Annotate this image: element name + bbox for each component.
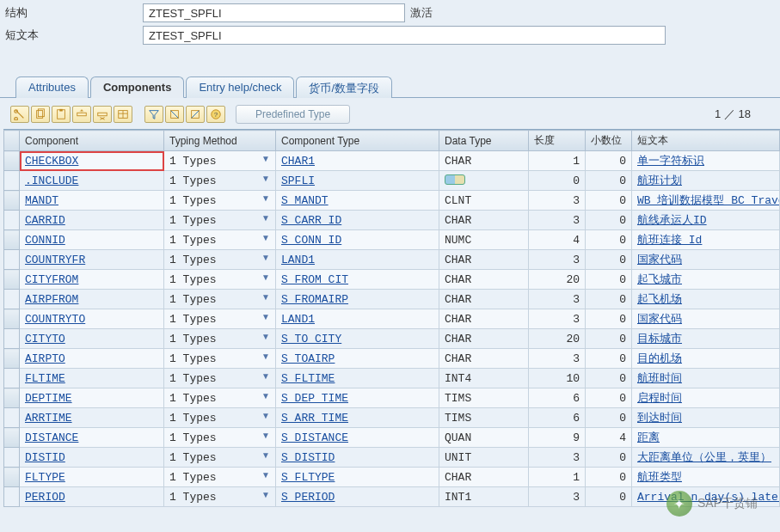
typing-method-cell[interactable]: 1 Types▼ (164, 428, 276, 448)
tab-attributes[interactable]: Attributes (15, 76, 89, 98)
short-desc-link[interactable]: 航班计划 (637, 174, 682, 187)
component-link[interactable]: AIRPTO (25, 352, 65, 365)
decimals-cell[interactable]: 0 (586, 191, 632, 211)
component-link[interactable]: CITYFROM (25, 273, 78, 286)
short-desc-cell[interactable]: WB 培训数据模型 BC_Travel 的 (632, 191, 780, 211)
short-desc-link[interactable]: 到达时间 (637, 412, 682, 425)
component-type-link[interactable]: CHAR1 (281, 155, 315, 168)
component-type-link[interactable]: S_DISTID (281, 451, 335, 464)
component-type-link[interactable]: S_CONN_ID (281, 234, 341, 247)
dropdown-icon[interactable]: ▼ (261, 174, 270, 183)
decimals-cell[interactable]: 0 (586, 369, 632, 388)
component-type-link[interactable]: S_TOAIRP (281, 352, 335, 365)
short-desc-link[interactable]: 大距离单位（公里，英里） (637, 451, 771, 464)
row-handle[interactable] (4, 329, 20, 349)
help-icon[interactable]: ? (206, 106, 225, 123)
length-cell[interactable]: 9 (529, 428, 586, 448)
short-desc-cell[interactable]: 国家代码 (632, 309, 780, 329)
component-type-cell[interactable]: S_DEP_TIME (276, 388, 439, 408)
decimals-cell[interactable]: 0 (586, 468, 632, 487)
short-desc-cell[interactable]: 航线承运人ID (632, 211, 780, 230)
short-desc-cell[interactable]: 距离 (632, 428, 780, 448)
component-cell[interactable]: DEPTIME (20, 388, 164, 408)
component-type-cell[interactable]: S_TOAIRP (276, 349, 439, 369)
short-desc-link[interactable]: 启程时间 (637, 392, 682, 405)
dropdown-icon[interactable]: ▼ (261, 213, 270, 223)
short-desc-cell[interactable]: 目标城市 (632, 329, 780, 349)
component-cell[interactable]: FLTYPE (20, 468, 164, 487)
decimals-cell[interactable]: 0 (586, 329, 632, 349)
typing-method-cell[interactable]: 1 Types▼ (164, 191, 276, 211)
data-type-cell[interactable]: CHAR (439, 349, 529, 369)
component-cell[interactable]: CONNID (20, 230, 164, 250)
short-desc-cell[interactable]: 单一字符标识 (632, 151, 780, 171)
data-type-cell[interactable]: QUAN (439, 428, 529, 448)
decimals-cell[interactable]: 0 (586, 250, 632, 270)
short-desc-link[interactable]: 起飞城市 (637, 273, 682, 286)
decimals-cell[interactable]: 0 (586, 487, 632, 507)
short-desc-cell[interactable]: 到达时间 (632, 408, 780, 428)
col-data-type[interactable]: Data Type (439, 131, 529, 151)
typing-method-cell[interactable]: 1 Types▼ (164, 250, 276, 270)
length-cell[interactable]: 3 (529, 349, 586, 369)
short-desc-cell[interactable]: Arrival n day(s) later (632, 487, 780, 507)
dropdown-icon[interactable]: ▼ (261, 450, 270, 460)
row-handle[interactable] (4, 230, 20, 250)
length-cell[interactable]: 3 (529, 290, 586, 309)
component-type-cell[interactable]: S_FLTYPE (276, 468, 439, 487)
component-cell[interactable]: COUNTRYFR (20, 250, 164, 270)
typing-method-cell[interactable]: 1 Types▼ (164, 270, 276, 290)
component-type-cell[interactable]: S_TO_CITY (276, 329, 439, 349)
decimals-cell[interactable]: 0 (586, 211, 632, 230)
length-cell[interactable]: 1 (529, 151, 586, 171)
length-cell[interactable]: 6 (529, 388, 586, 408)
decimals-cell[interactable]: 0 (586, 290, 632, 309)
component-link[interactable]: CARRID (25, 214, 65, 227)
cut-icon[interactable] (10, 106, 29, 123)
component-type-link[interactable]: S_TO_CITY (281, 333, 341, 345)
data-type-cell[interactable]: TIMS (439, 408, 529, 428)
component-link[interactable]: CHECKBOX (25, 155, 78, 168)
component-type-cell[interactable]: SPFLI (276, 171, 439, 191)
component-link[interactable]: DISTID (25, 451, 65, 464)
col-length[interactable]: 长度 (529, 131, 586, 151)
length-cell[interactable]: 0 (529, 171, 586, 191)
decimals-cell[interactable]: 0 (586, 388, 632, 408)
length-cell[interactable]: 4 (529, 230, 586, 250)
typing-method-cell[interactable]: 1 Types▼ (164, 468, 276, 487)
data-type-cell[interactable]: CHAR (439, 329, 529, 349)
delete-row-icon[interactable] (93, 106, 112, 123)
short-desc-link[interactable]: 航班类型 (637, 471, 682, 484)
length-cell[interactable]: 3 (529, 309, 586, 329)
component-type-link[interactable]: S_CARR_ID (281, 214, 341, 227)
component-link[interactable]: MANDT (25, 194, 58, 207)
length-cell[interactable]: 3 (529, 448, 586, 468)
row-handle[interactable] (4, 250, 20, 270)
component-link[interactable]: DISTANCE (25, 431, 78, 444)
typing-method-cell[interactable]: 1 Types▼ (164, 408, 276, 428)
row-handle[interactable] (4, 487, 20, 507)
dropdown-icon[interactable]: ▼ (261, 490, 270, 499)
dropdown-icon[interactable]: ▼ (261, 470, 270, 480)
typing-method-cell[interactable]: 1 Types▼ (164, 309, 276, 329)
short-desc-link[interactable]: 航班时间 (637, 372, 682, 385)
component-type-cell[interactable]: S_CARR_ID (276, 211, 439, 230)
component-type-link[interactable]: S_FLTYPE (281, 471, 335, 484)
data-type-cell[interactable]: CHAR (439, 290, 529, 309)
component-type-cell[interactable]: CHAR1 (276, 151, 439, 171)
tab-currency-qty[interactable]: 货币/数量字段 (296, 76, 392, 98)
component-type-cell[interactable]: S_DISTANCE (276, 428, 439, 448)
component-type-link[interactable]: S_FROM_CIT (281, 273, 348, 286)
dropdown-icon[interactable]: ▼ (261, 154, 270, 163)
component-type-link[interactable]: S_MANDT (281, 194, 329, 207)
component-cell[interactable]: AIRPFROM (20, 290, 164, 309)
row-handle[interactable] (4, 468, 20, 487)
col-typing-method[interactable]: Typing Method (164, 131, 276, 151)
filter-icon[interactable] (144, 106, 163, 123)
tab-entry-help[interactable]: Entry help/check (186, 76, 294, 98)
component-type-cell[interactable]: S_FROMAIRP (276, 290, 439, 309)
data-type-cell[interactable]: NUMC (439, 230, 529, 250)
predefined-type-button[interactable]: Predefined Type (236, 105, 350, 124)
row-handle[interactable] (4, 408, 20, 428)
short-desc-cell[interactable]: 大距离单位（公里，英里） (632, 448, 780, 468)
